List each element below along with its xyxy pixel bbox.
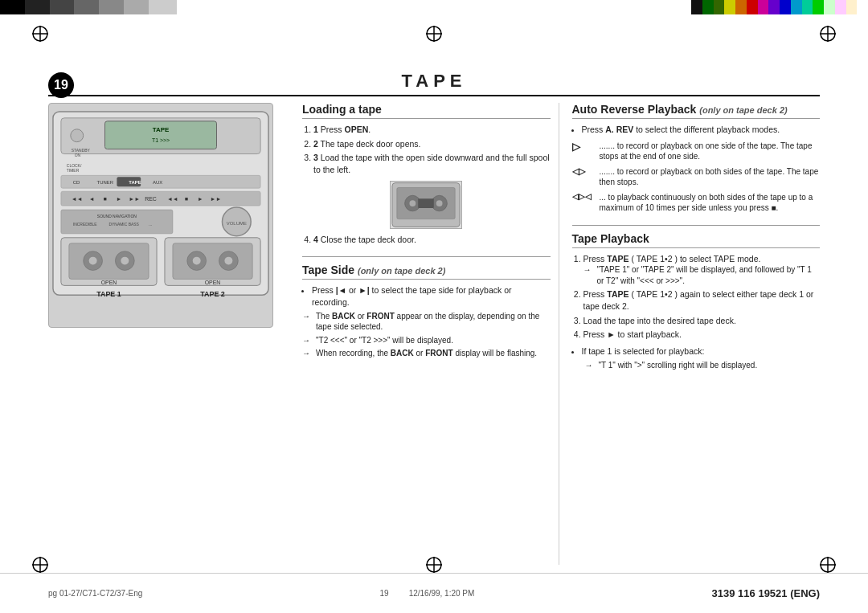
swatch-13	[824, 0, 835, 14]
svg-text:TIMER: TIMER	[67, 169, 80, 173]
svg-rect-60	[173, 243, 252, 280]
swatch-14	[835, 0, 846, 14]
reg-mark-top-left	[31, 24, 50, 43]
svg-text:STANDBY: STANDBY	[72, 149, 91, 153]
svg-point-73	[436, 200, 443, 206]
auto-reverse-heading: Auto Reverse Playback (only on tape deck…	[572, 103, 821, 119]
svg-text:◄◄: ◄◄	[167, 196, 178, 202]
svg-point-64	[224, 257, 232, 265]
bottom-bar: pg 01-27/C71-C72/37-Eng 19 12/16/99, 1:2…	[0, 573, 868, 613]
svg-point-62	[193, 257, 201, 265]
tape-side-bullet: Press |◄ or ►| to select the tape side f…	[312, 284, 551, 308]
swatch-8	[768, 0, 780, 14]
svg-text:◄◄: ◄◄	[72, 196, 83, 202]
svg-text:VOLUME: VOLUME	[227, 221, 247, 226]
swatch-1	[691, 0, 702, 14]
ar-mode-2: ◁▷ ....... to record or playback on both…	[572, 166, 821, 188]
auto-reverse-intro: Press A. REV to select the different pla…	[582, 124, 821, 136]
tape-side-heading: Tape Side (only on tape deck 2)	[302, 264, 551, 280]
tape-side-arrow-2: → "T2 <<<" or "T2 >>>" will be displayed…	[302, 335, 551, 346]
svg-text:►►: ►►	[129, 196, 140, 202]
swatch-7	[758, 0, 769, 14]
playback-step-1-arrow: → "TAPE 1" or "TAPE 2" will be displayed…	[583, 264, 821, 286]
swatch-9	[780, 0, 791, 14]
tape-side-arrow-3: → When recording, the BACK or FRONT disp…	[302, 348, 551, 359]
playback-step-3: Load the tape into the desired tape deck…	[583, 315, 821, 327]
device-image-col: TAPE T1 >>> STANDBY ON CLOCK/ TIMER CD T…	[48, 103, 289, 565]
svg-text:OPEN: OPEN	[205, 280, 221, 285]
tape-side-arrow-1: → The BACK or FRONT appear on the displa…	[302, 311, 551, 333]
svg-text:TUNER: TUNER	[97, 180, 114, 185]
svg-point-71	[410, 200, 416, 206]
tape-playback-section: Tape Playback Press TAPE ( TAPE 1•2 ) to…	[572, 232, 821, 371]
swatch-16	[857, 0, 868, 14]
svg-text:ON: ON	[75, 153, 81, 157]
loading-tape-step4: 4 Close the tape deck door.	[302, 234, 551, 246]
svg-text:INCREDIBLE: INCREDIBLE	[73, 223, 97, 227]
step-4: 4 Close the tape deck door.	[313, 234, 551, 246]
grayscale-gradient	[0, 0, 177, 14]
loading-tape-section: Loading a tape 1 Press OPEN. 2 The tape …	[302, 103, 551, 245]
svg-text:►►: ►►	[211, 196, 222, 202]
reg-mark-top-right	[818, 24, 837, 43]
swatch-2	[702, 0, 714, 14]
playback-step-1: Press TAPE ( TAPE 1•2 ) to select TAPE m…	[583, 253, 821, 287]
tape-image	[390, 181, 462, 229]
svg-text:TAPE 1: TAPE 1	[96, 290, 121, 298]
swatch-10	[791, 0, 802, 14]
reg-mark-bottom-left	[31, 555, 50, 574]
svg-text:T1 >>>: T1 >>>	[152, 137, 170, 143]
svg-text:■: ■	[185, 196, 188, 202]
swatch-15	[846, 0, 858, 14]
device-illustration: TAPE T1 >>> STANDBY ON CLOCK/ TIMER CD T…	[48, 103, 273, 328]
swatch-3	[714, 0, 725, 14]
bottom-right-text: 3139 116 19521 (ENG)	[712, 587, 820, 599]
playback-bullet-1: If tape 1 is selected for playback:	[582, 345, 821, 358]
loading-tape-heading: Loading a tape	[302, 103, 551, 119]
svg-text:►: ►	[116, 196, 121, 202]
swatch-12	[813, 0, 824, 14]
svg-point-55	[89, 257, 97, 265]
ar-mode-1: ▷ ....... to record or playback on one s…	[572, 141, 821, 162]
right-column: Auto Reverse Playback (only on tape deck…	[559, 103, 821, 565]
content-area: TAPE T1 >>> STANDBY ON CLOCK/ TIMER CD T…	[48, 103, 820, 565]
ar-mode-3: ◁▷◁ ... to playback continuously on both…	[572, 192, 821, 214]
playback-step-4: Press ► to start playback.	[583, 329, 821, 341]
auto-reverse-modes: ▷ ....... to record or playback on one s…	[572, 141, 821, 214]
tape-side-bullets: Press |◄ or ►| to select the tape side f…	[302, 284, 551, 308]
svg-text:AUX: AUX	[153, 180, 162, 185]
tape-playback-heading: Tape Playback	[572, 232, 821, 248]
step-3: 3 Load the tape with the open side downw…	[313, 152, 551, 175]
step-2: 2 The tape deck door opens.	[313, 138, 551, 150]
page-title: TAPE	[0, 71, 868, 92]
bottom-left-text: pg 01-27/C71-C72/37-Eng	[48, 589, 142, 598]
swatch-5	[735, 0, 747, 14]
tape-playback-steps: Press TAPE ( TAPE 1•2 ) to select TAPE m…	[572, 253, 821, 341]
step-1: 1 Press OPEN.	[313, 124, 551, 136]
svg-rect-74	[418, 198, 434, 208]
svg-point-57	[121, 257, 129, 265]
color-swatches	[691, 0, 868, 14]
mid-column: Loading a tape 1 Press OPEN. 2 The tape …	[289, 103, 559, 565]
svg-text:TAPE 2: TAPE 2	[200, 290, 225, 298]
svg-text:REC: REC	[145, 196, 157, 202]
svg-text:►: ►	[198, 196, 203, 202]
right-columns: Loading a tape 1 Press OPEN. 2 The tape …	[289, 103, 820, 565]
svg-text:...: ...	[149, 223, 152, 227]
svg-text:■: ■	[104, 196, 107, 202]
auto-reverse-section: Auto Reverse Playback (only on tape deck…	[572, 103, 821, 214]
svg-text:CD: CD	[73, 180, 80, 185]
svg-text:TAPE: TAPE	[129, 180, 141, 185]
svg-point-23	[71, 129, 84, 142]
svg-text:CLOCK/: CLOCK/	[67, 164, 82, 168]
swatch-6	[747, 0, 758, 14]
bottom-center-date: 19 12/16/99, 1:20 PM	[380, 589, 475, 598]
swatch-11	[802, 0, 813, 14]
color-bar-spacer	[177, 0, 691, 14]
reg-mark-bottom-right	[818, 555, 837, 574]
swatch-4	[724, 0, 735, 14]
mid-divider	[302, 256, 551, 257]
title-underline	[48, 95, 820, 96]
top-color-bar	[0, 0, 868, 14]
svg-text:SOUND NAVIGATION: SOUND NAVIGATION	[97, 215, 137, 219]
